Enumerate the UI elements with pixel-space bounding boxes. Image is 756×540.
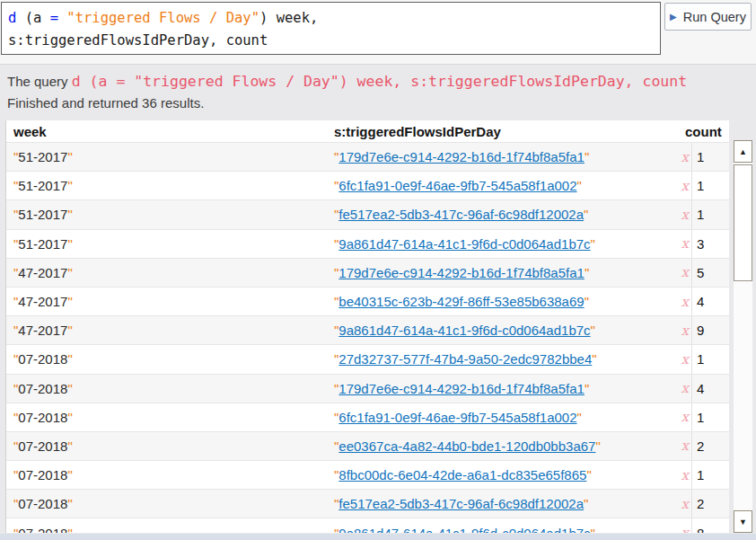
query-editor[interactable]: d (a = "triggered Flows / Day") week, s:…	[1, 2, 661, 55]
results-panel: The query d (a = "triggered Flows / Day"…	[0, 64, 756, 540]
flow-id-link[interactable]: 9a861d47-614a-41c1-9f6d-c0d064ad1b7c	[338, 236, 590, 252]
flow-id-link[interactable]: be40315c-623b-429f-86ff-53e85b638a69	[338, 294, 584, 309]
flow-id-link[interactable]: 6fc1fa91-0e9f-46ae-9fb7-545a58f1a002	[338, 178, 576, 193]
query-line-1: d (a = "triggered Flows / Day") week,	[8, 7, 654, 30]
quote-mark: "	[67, 265, 72, 280]
flow-id-cell: "9a861d47-614a-41c1-9f6d-c0d064ad1b7c"	[332, 236, 669, 252]
status-prefix: The query	[7, 74, 72, 89]
numeric-type-x-icon: x	[669, 345, 689, 373]
numeric-type-x-icon: x	[669, 200, 689, 228]
count-value: 1	[691, 461, 704, 489]
numeric-type-x-icon: x	[669, 172, 689, 199]
week-value: 07-2018	[18, 467, 67, 482]
count-cell: x3	[669, 230, 729, 258]
week-value: 07-2018	[18, 351, 67, 367]
numeric-type-x-icon: x	[669, 375, 689, 403]
flow-id-cell: "179d7e6e-c914-4292-b16d-1f74bf8a5fa1"	[332, 265, 669, 280]
query-string-literal: "triggered Flows / Day"	[66, 10, 259, 26]
quote-mark: "	[67, 351, 72, 367]
week-cell: "51-2017"	[6, 207, 332, 222]
quote-mark: "	[586, 467, 591, 482]
count-cell: x1	[669, 403, 729, 431]
flow-id-cell: "be40315c-623b-429f-86ff-53e85b638a69"	[332, 294, 669, 309]
week-cell: "07-2018"	[6, 410, 332, 425]
query-line-2: s:triggeredFlowsIdPerDay, count	[8, 30, 654, 52]
query-keyword: d	[8, 10, 16, 26]
numeric-type-x-icon: x	[669, 259, 689, 287]
week-value: 51-2017	[18, 149, 67, 164]
week-value: 07-2018	[18, 410, 67, 425]
quote-mark: "	[67, 178, 72, 193]
count-cell: x2	[669, 432, 729, 460]
status-result-line: Finished and returned 36 results.	[7, 93, 756, 114]
flow-id-link[interactable]: 179d7e6e-c914-4292-b16d-1f74bf8a5fa1	[338, 265, 585, 280]
count-value: 1	[691, 345, 704, 373]
table-row: "07-2018" "8fbc00dc-6e04-42de-a6a1-dc835…	[6, 460, 729, 489]
column-header-flow-id: s:triggeredFlowsIdPerDay	[332, 124, 669, 139]
week-value: 47-2017	[18, 265, 67, 280]
week-cell: "47-2017"	[6, 265, 332, 280]
flow-id-cell: "9a861d47-614a-41c1-9f6d-c0d064ad1b7c"	[332, 323, 669, 338]
quote-mark: "	[591, 526, 595, 533]
quote-mark: "	[67, 410, 72, 425]
count-cell: x9	[669, 316, 729, 344]
numeric-type-x-icon: x	[669, 490, 689, 518]
column-header-count: count	[669, 124, 729, 139]
quote-mark: "	[67, 294, 72, 309]
quote-mark: "	[585, 381, 589, 396]
table-row: "07-2018" "27d32737-577f-47b4-9a50-2edc9…	[6, 344, 729, 373]
numeric-type-x-icon: x	[669, 432, 689, 460]
flow-id-link[interactable]: 6fc1fa91-0e9f-46ae-9fb7-545a58f1a002	[338, 410, 576, 425]
quote-mark: "	[67, 207, 72, 222]
count-cell: x4	[669, 375, 729, 403]
scroll-up-button[interactable]: ▲	[734, 140, 752, 163]
count-cell: x1	[669, 143, 729, 171]
week-value: 07-2018	[18, 381, 67, 396]
week-value: 07-2018	[18, 438, 67, 454]
horizontal-scrollbar-track[interactable]	[0, 534, 756, 540]
count-value: 2	[691, 432, 704, 460]
week-value: 07-2018	[18, 496, 67, 511]
flow-id-link[interactable]: fe517ea2-5db3-417c-96af-6c98df12002a	[338, 207, 584, 222]
numeric-type-x-icon: x	[669, 461, 689, 489]
table-row: "47-2017" "be40315c-623b-429f-86ff-53e85…	[6, 287, 729, 315]
week-cell: "07-2018"	[6, 381, 332, 396]
quote-mark: "	[584, 496, 588, 511]
week-cell: "07-2018"	[6, 351, 332, 367]
run-query-button[interactable]: ▶ Run Query	[664, 3, 752, 31]
scroll-down-button[interactable]: ▼	[734, 510, 752, 533]
flow-id-link[interactable]: 8fbc00dc-6e04-42de-a6a1-dc835e65f865	[338, 467, 586, 482]
flow-id-cell: "179d7e6e-c914-4292-b16d-1f74bf8a5fa1"	[332, 381, 669, 396]
quote-mark: "	[585, 149, 589, 164]
week-cell: "07-2018"	[6, 467, 332, 482]
flow-id-link[interactable]: fe517ea2-5db3-417c-96af-6c98df12002a	[338, 496, 584, 511]
flow-id-cell: "8fbc00dc-6e04-42de-a6a1-dc835e65f865"	[332, 467, 669, 482]
flow-id-link[interactable]: 179d7e6e-c914-4292-b16d-1f74bf8a5fa1	[338, 149, 585, 164]
flow-id-link[interactable]: 9a861d47-614a-41c1-9f6d-c0d064ad1b7c	[338, 526, 590, 533]
flow-id-cell: "fe517ea2-5db3-417c-96af-6c98df12002a"	[332, 207, 669, 222]
table-row: "47-2017" "179d7e6e-c914-4292-b16d-1f74b…	[6, 258, 729, 287]
week-cell: "51-2017"	[6, 236, 332, 252]
quote-mark: "	[592, 351, 596, 367]
flow-id-link[interactable]: 9a861d47-614a-41c1-9f6d-c0d064ad1b7c	[338, 323, 590, 338]
quote-mark: "	[67, 149, 72, 164]
count-value: 9	[691, 316, 704, 344]
flow-id-link[interactable]: 179d7e6e-c914-4292-b16d-1f74bf8a5fa1	[338, 381, 585, 396]
flow-id-cell: "27d32737-577f-47b4-9a50-2edc9782bbe4"	[332, 351, 669, 367]
week-value: 07-2018	[18, 526, 67, 533]
vertical-scrollbar[interactable]: ▲ ▼	[734, 140, 752, 533]
week-value: 47-2017	[18, 294, 67, 309]
week-cell: "07-2018"	[6, 526, 332, 533]
week-cell: "51-2017"	[6, 178, 332, 193]
flow-id-link[interactable]: 27d32737-577f-47b4-9a50-2edc9782bbe4	[338, 351, 592, 367]
numeric-type-x-icon: x	[669, 403, 689, 431]
flow-id-link[interactable]: ee0367ca-4a82-44b0-bde1-120db0bb3a67	[338, 438, 595, 454]
count-value: 1	[691, 172, 704, 199]
count-value: 4	[691, 375, 704, 403]
table-row: "47-2017" "9a861d47-614a-41c1-9f6d-c0d06…	[6, 315, 729, 344]
status-query-echo: d (a = "triggered Flows / Day") week, s:…	[72, 73, 687, 90]
quote-mark: "	[67, 496, 72, 511]
quote-mark: "	[67, 381, 72, 396]
table-header-row: week s:triggeredFlowsIdPerDay count	[6, 120, 729, 142]
scrollbar-thumb[interactable]	[734, 164, 752, 281]
